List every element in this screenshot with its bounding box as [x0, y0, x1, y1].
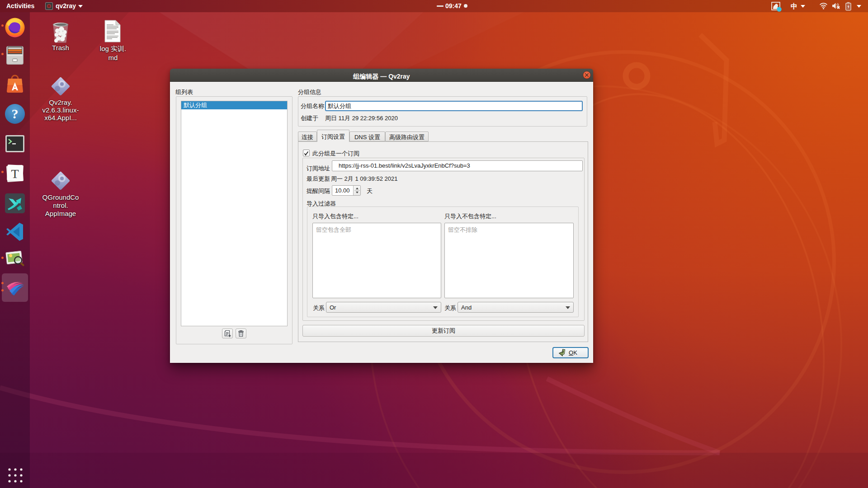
- svg-text:T: T: [11, 167, 19, 181]
- svg-text:?: ?: [12, 106, 19, 121]
